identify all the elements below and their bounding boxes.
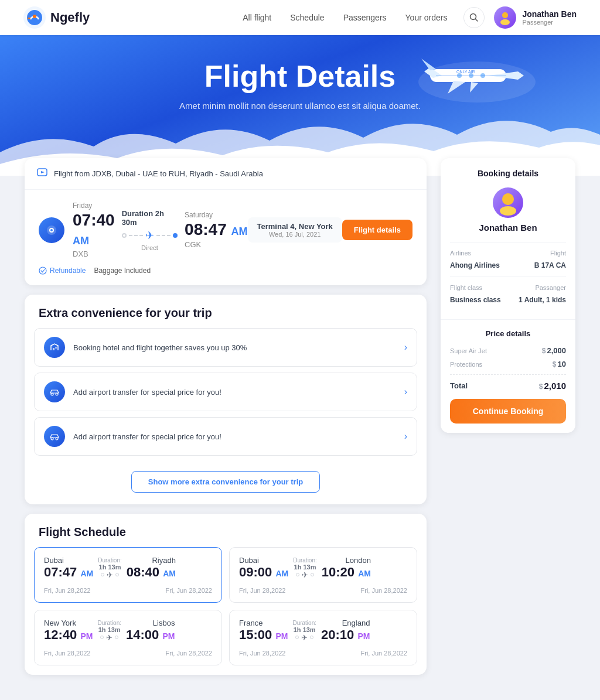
- nav-schedule[interactable]: Schedule: [290, 13, 324, 22]
- right-sidebar: Booking details Jonathan Ben Airlines Fl…: [441, 158, 575, 433]
- total-amount: $2,010: [539, 381, 566, 391]
- user-info: Jonathan Ben Passenger: [522, 9, 577, 26]
- extra-convenience-title: Extra convenience for your trip: [25, 295, 427, 320]
- nav-your-orders[interactable]: Your orders: [405, 13, 448, 22]
- schedule-card-0[interactable]: Dubai 07:47 AM Duration: 1h 13m: [34, 547, 222, 603]
- passenger-label: Passanger: [535, 284, 566, 291]
- sc-dates-0: Fri, Jun 28,2022 Fri, Jun 28,2022: [44, 585, 212, 594]
- booking-divider-1: [450, 242, 566, 243]
- sc-dep-3: France 15:00 PM: [239, 619, 288, 643]
- sc-arr-0: Riyadh 08:40 AM: [127, 556, 176, 580]
- sc-row-0: Dubai 07:47 AM Duration: 1h 13m: [44, 556, 212, 580]
- sc-row-2: New York 12:40 PM Duration: 1h 13m: [44, 619, 212, 643]
- sc-mid-2: Duration: 1h 13m ✈: [93, 620, 126, 642]
- hotel-icon: [44, 337, 65, 358]
- price-title: Price details: [450, 329, 566, 338]
- nav-all-flight[interactable]: All flight: [243, 13, 271, 22]
- svg-rect-20: [55, 347, 57, 349]
- terminal-box: Terminal 4, New York Wed, 16 Jul, 2021: [248, 217, 342, 243]
- flight-route-header: Flight from JDXB, Dubai - UAE to RUH, Ri…: [25, 158, 427, 190]
- protections-label: Protections: [450, 361, 482, 368]
- convenience-item-hotel[interactable]: Booking hotel and flight together saves …: [34, 328, 417, 367]
- nav-passengers[interactable]: Passengers: [343, 13, 387, 22]
- plane-icon: ✈: [145, 229, 154, 242]
- booking-avatar: [493, 187, 523, 218]
- svg-point-7: [502, 12, 508, 18]
- booking-section: Booking details Jonathan Ben Airlines Fl…: [441, 158, 575, 319]
- super-air-amount: $2,000: [542, 346, 566, 355]
- schedule-card-1[interactable]: Dubai 09:00 AM Duration: 1h 13m: [229, 547, 417, 603]
- booking-class-values: Business class 1 Adult, 1 kids: [450, 296, 566, 304]
- extra-convenience-card: Extra convenience for your trip Booking …: [25, 295, 427, 504]
- booking-title: Booking details: [450, 169, 566, 178]
- airlines-label: Airlines: [450, 250, 471, 257]
- line-bar: [129, 235, 143, 236]
- flight-info-card: Friday 07:40 AM DXB Duration 2h 30m: [25, 190, 427, 285]
- avatar: [494, 6, 516, 29]
- booking-class-row: Flight class Passanger: [450, 284, 566, 291]
- flight-tags: Refundable Baggage Included: [39, 267, 412, 275]
- flight-label: Flight: [550, 250, 566, 257]
- booking-airlines-row: Airlines Flight: [450, 250, 566, 257]
- sc-arr-3: England 20:10 PM: [321, 619, 370, 643]
- flight-line: ✈: [122, 229, 178, 242]
- sc-dates-2: Fri, Jun 28,2022 Fri, Jun 28,2022: [44, 647, 212, 657]
- main-left: Flight from JDXB, Dubai - UAE to RUH, Ri…: [25, 158, 427, 675]
- user-name: Jonathan Ben: [522, 9, 577, 19]
- conv-transfer-2-text: Add airport transfer for special price f…: [73, 432, 396, 441]
- conv-arrow-3: ›: [404, 431, 407, 442]
- sc-dep-0: Dubai 07:47 AM: [44, 556, 93, 580]
- arr-day: Saturday: [185, 211, 247, 219]
- sc-dep-1: Dubai 09:00 AM: [239, 556, 288, 580]
- super-air-label: Super Air Jet: [450, 347, 487, 354]
- passenger-value: 1 Adult, 1 kids: [519, 296, 566, 304]
- svg-point-27: [502, 193, 514, 205]
- class-label: Flight class: [450, 284, 482, 291]
- schedule-card-3[interactable]: France 15:00 PM Duration: 1h 13m: [229, 610, 417, 665]
- svg-text:ONLY AIR: ONLY AIR: [456, 70, 475, 74]
- show-more-button[interactable]: Show more extra convenience for your tri…: [131, 471, 320, 493]
- route-icon: [36, 166, 48, 181]
- airlines-value: Ahong Airlines: [450, 261, 500, 269]
- sc-arr-2: Lisbos 14:00 PM: [126, 619, 175, 643]
- sc-dep-2: New York 12:40 PM: [44, 619, 93, 643]
- sc-row-1: Dubai 09:00 AM Duration: 1h 13m: [239, 556, 407, 580]
- convenience-item-transfer-1[interactable]: Add airport transfer for special price f…: [34, 373, 417, 411]
- line-dot-right: [173, 233, 178, 238]
- flight-card: Flight from JDXB, Dubai - UAE to RUH, Ri…: [25, 158, 427, 285]
- navbar: Ngefly All flight Schedule Passengers Yo…: [0, 0, 600, 35]
- sc-mid-3: Duration: 1h 13m ✈: [288, 620, 321, 642]
- convenience-item-transfer-2[interactable]: Add airport transfer for special price f…: [34, 417, 417, 456]
- protections-amount: $10: [553, 360, 566, 368]
- price-super-air-row: Super Air Jet $2,000: [450, 346, 566, 355]
- terminal-date: Wed, 16 Jul, 2021: [257, 231, 333, 238]
- main-layout: Flight from JDXB, Dubai - UAE to RUH, Ri…: [13, 158, 587, 675]
- price-total-row: Total $2,010: [450, 381, 566, 391]
- nav-links: All flight Schedule Passengers Your orde…: [243, 13, 447, 22]
- logo-text: Ngefly: [50, 10, 90, 25]
- sc-mid-0: Duration: 1h 13m ✈: [93, 557, 127, 579]
- flight-details-button[interactable]: Flight details: [342, 220, 412, 240]
- terminal-name: Terminal 4, New York: [257, 222, 333, 231]
- class-value: Business class: [450, 296, 501, 304]
- hero-section: Flight Details Amet minim mollit non des…: [0, 35, 600, 176]
- hero-plane-illustration: ONLY AIR: [412, 47, 541, 114]
- conv-arrow-2: ›: [404, 387, 407, 397]
- svg-point-18: [39, 267, 46, 274]
- continue-booking-button[interactable]: Continue Booking: [450, 399, 566, 424]
- line-bar-right: [156, 235, 171, 236]
- sc-dates-3: Fri, Jun 28,2022 Fri, Jun 28,2022: [239, 647, 407, 657]
- search-button[interactable]: [463, 7, 485, 28]
- sc-arr-1: London 10:20 AM: [322, 556, 371, 580]
- flight-middle: Duration 2h 30m ✈ Direct: [115, 209, 185, 251]
- logo[interactable]: Ngefly: [23, 6, 90, 29]
- user-profile[interactable]: Jonathan Ben Passenger: [494, 6, 577, 29]
- user-role: Passenger: [522, 19, 577, 26]
- svg-point-26: [500, 206, 516, 216]
- route-text: Flight from JDXB, Dubai - UAE to RUH, Ri…: [54, 169, 263, 178]
- line-dot-left: [122, 233, 127, 238]
- svg-point-6: [500, 19, 510, 25]
- arr-time: 08:47 AM: [185, 220, 247, 239]
- schedule-card-2[interactable]: New York 12:40 PM Duration: 1h 13m: [34, 610, 222, 665]
- conv-hotel-text: Booking hotel and flight together saves …: [73, 343, 396, 352]
